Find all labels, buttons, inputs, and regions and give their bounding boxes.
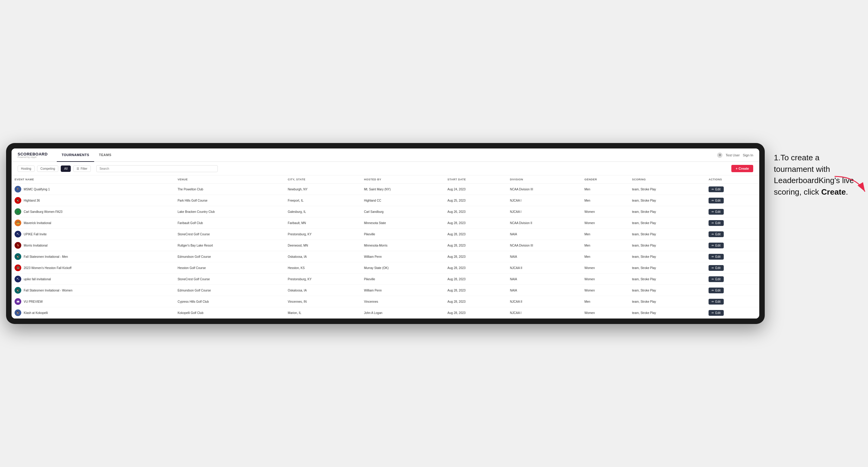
cell-venue: Kokopelli Golf Club bbox=[175, 307, 285, 318]
table-row: 🦅 Fall Statesmen Invitational - Men Edmu… bbox=[11, 251, 759, 262]
edit-icon: ✏ bbox=[712, 199, 714, 202]
cell-event-name: 🏔 VU PREVIEW bbox=[11, 296, 175, 307]
cell-actions: ✏ Edit bbox=[706, 229, 759, 240]
cell-city-state: Oskaloosa, IA bbox=[285, 285, 361, 296]
tablet-screen: SCOREBOARD Powered by clippit TOURNAMENT… bbox=[11, 149, 759, 318]
cell-gender: Women bbox=[581, 307, 629, 318]
cell-event-name: 🤠 Maverick Invitational bbox=[11, 217, 175, 229]
tournaments-table: EVENT NAME VENUE CITY, STATE HOSTED BY S… bbox=[11, 176, 759, 318]
edit-button[interactable]: ✏ Edit bbox=[709, 299, 723, 305]
edit-icon: ✏ bbox=[712, 232, 714, 236]
cell-start-date: Aug 28, 2023 bbox=[444, 262, 507, 274]
cell-venue: Park Hills Golf Course bbox=[175, 195, 285, 206]
cell-scoring: team, Stroke Play bbox=[629, 262, 706, 274]
cell-hosted-by: Carl Sandburg bbox=[361, 206, 444, 217]
edit-icon: ✏ bbox=[712, 278, 714, 281]
cell-scoring: team, Stroke Play bbox=[629, 229, 706, 240]
edit-icon: ✏ bbox=[712, 289, 714, 292]
nav-tab-tournaments[interactable]: TOURNAMENTS bbox=[57, 149, 94, 162]
table-row: 🏔 VU PREVIEW Cypress Hills Golf Club Vin… bbox=[11, 296, 759, 307]
table-row: 🦅 Fall Statesmen Invitational - Women Ed… bbox=[11, 285, 759, 296]
table-row: 🦌 Morris Invitational Ruttger's Bay Lake… bbox=[11, 240, 759, 251]
col-scoring: SCORING bbox=[629, 176, 706, 184]
cell-actions: ✏ Edit bbox=[706, 262, 759, 274]
edit-icon: ✏ bbox=[712, 266, 714, 270]
filter-hosting-btn[interactable]: Hosting bbox=[18, 165, 35, 172]
cell-venue: StoneCrest Golf Course bbox=[175, 274, 285, 285]
cell-division: NCAA Division II bbox=[507, 217, 581, 229]
cell-division: NCAA Division III bbox=[507, 184, 581, 195]
team-icon: 🐻 bbox=[14, 264, 21, 271]
cell-division: NAIA bbox=[507, 285, 581, 296]
cell-actions: ✏ Edit bbox=[706, 217, 759, 229]
event-name-text: Klash at Kokopelli bbox=[24, 311, 48, 315]
cell-event-name: 🐻 2023 Women's Hesston Fall Kickoff bbox=[11, 262, 175, 274]
edit-button[interactable]: ✏ Edit bbox=[709, 287, 723, 293]
event-name-text: Fall Statesmen Invitational - Women bbox=[24, 289, 72, 292]
tablet-device: SCOREBOARD Powered by clippit TOURNAMENT… bbox=[6, 143, 765, 324]
edit-button[interactable]: ✏ Edit bbox=[709, 231, 723, 237]
cell-city-state: Oskaloosa, IA bbox=[285, 251, 361, 262]
nav-tab-teams[interactable]: TEAMS bbox=[94, 149, 116, 162]
navbar: SCOREBOARD Powered by clippit TOURNAMENT… bbox=[11, 149, 759, 162]
nav-signin[interactable]: Sign In bbox=[743, 153, 753, 157]
cell-hosted-by: Vincennes bbox=[361, 296, 444, 307]
edit-button[interactable]: ✏ Edit bbox=[709, 220, 723, 226]
event-name-text: Fall Statesmen Invitational - Men bbox=[24, 255, 68, 258]
cell-scoring: team, Stroke Play bbox=[629, 251, 706, 262]
cell-start-date: Aug 26, 2023 bbox=[444, 206, 507, 217]
search-input[interactable] bbox=[96, 165, 218, 172]
event-name-text: VU PREVIEW bbox=[24, 300, 43, 303]
cell-start-date: Aug 28, 2023 bbox=[444, 307, 507, 318]
cell-event-name: ⛏ upike fall invitational bbox=[11, 274, 175, 285]
filter-icon-btn[interactable]: ☰ Filter bbox=[73, 165, 91, 172]
cell-city-state: Prestonsburg, KY bbox=[285, 274, 361, 285]
cell-venue: Lake Bracken Country Club bbox=[175, 206, 285, 217]
cell-division: NJCAA I bbox=[507, 307, 581, 318]
cell-start-date: Aug 24, 2023 bbox=[444, 184, 507, 195]
cell-scoring: team, Stroke Play bbox=[629, 240, 706, 251]
edit-button[interactable]: ✏ Edit bbox=[709, 265, 723, 271]
cell-city-state: Deerwood, MN bbox=[285, 240, 361, 251]
cell-start-date: Aug 28, 2023 bbox=[444, 229, 507, 240]
edit-button[interactable]: ✏ Edit bbox=[709, 310, 723, 316]
cell-division: NJCAA I bbox=[507, 206, 581, 217]
team-icon: 🏔 bbox=[14, 298, 21, 305]
edit-button[interactable]: ✏ Edit bbox=[709, 243, 723, 248]
cell-event-name: 🌲 Carl Sandburg Women FA23 bbox=[11, 206, 175, 217]
cell-city-state: Faribault, MN bbox=[285, 217, 361, 229]
team-icon: 🏌 bbox=[14, 186, 21, 192]
cell-scoring: team, Stroke Play bbox=[629, 184, 706, 195]
edit-button[interactable]: ✏ Edit bbox=[709, 209, 723, 215]
toolbar: Hosting Competing All ☰ Filter + Create bbox=[11, 162, 759, 176]
edit-icon: ✏ bbox=[712, 210, 714, 214]
settings-icon[interactable]: ⚙ bbox=[717, 152, 722, 158]
cell-event-name: 🏌 MSMC Qualifying 1 bbox=[11, 184, 175, 195]
edit-button[interactable]: ✏ Edit bbox=[709, 198, 723, 204]
cell-gender: Women bbox=[581, 217, 629, 229]
table-header-row: EVENT NAME VENUE CITY, STATE HOSTED BY S… bbox=[11, 176, 759, 184]
cell-scoring: team, Stroke Play bbox=[629, 285, 706, 296]
cell-start-date: Aug 28, 2023 bbox=[444, 285, 507, 296]
cell-venue: Cypress Hills Golf Club bbox=[175, 296, 285, 307]
nav-tabs: TOURNAMENTS TEAMS bbox=[57, 149, 717, 162]
cell-hosted-by: Minnesota State bbox=[361, 217, 444, 229]
filter-competing-btn[interactable]: Competing bbox=[37, 165, 58, 172]
cell-city-state: Hesston, KS bbox=[285, 262, 361, 274]
edit-button[interactable]: ✏ Edit bbox=[709, 254, 723, 260]
cell-start-date: Aug 25, 2023 bbox=[444, 195, 507, 206]
edit-button[interactable]: ✏ Edit bbox=[709, 276, 723, 282]
filter-icon: ☰ bbox=[76, 167, 79, 170]
create-button[interactable]: + Create bbox=[731, 165, 753, 172]
edit-button[interactable]: ✏ Edit bbox=[709, 186, 723, 192]
cell-venue: The Powelton Club bbox=[175, 184, 285, 195]
cell-actions: ✏ Edit bbox=[706, 251, 759, 262]
cell-scoring: team, Stroke Play bbox=[629, 195, 706, 206]
cell-actions: ✏ Edit bbox=[706, 206, 759, 217]
table-row: 🦅 Klash at Kokopelli Kokopelli Golf Club… bbox=[11, 307, 759, 318]
table-row: 🦅 Highland 36 Park Hills Golf Course Fre… bbox=[11, 195, 759, 206]
cell-actions: ✏ Edit bbox=[706, 285, 759, 296]
cell-venue: Faribault Golf Club bbox=[175, 217, 285, 229]
table-row: ⛏ UPIKE Fall Invite StoneCrest Golf Cour… bbox=[11, 229, 759, 240]
filter-all-btn[interactable]: All bbox=[61, 165, 71, 172]
